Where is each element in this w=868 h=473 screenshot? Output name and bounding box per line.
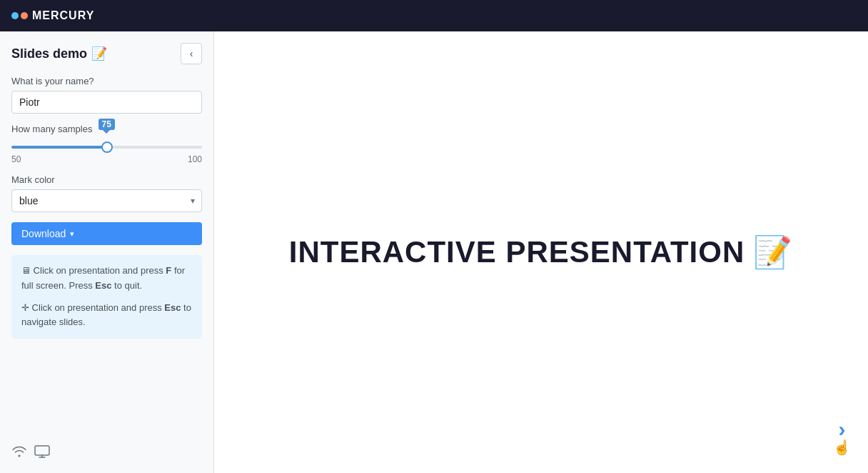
name-input[interactable] — [11, 91, 202, 114]
sidebar: Slides demo 📝 ‹ What is your name? How m… — [0, 31, 214, 473]
sidebar-title: Slides demo 📝 — [11, 46, 107, 61]
monitor-icon: 🖥 — [21, 265, 31, 276]
logo-dot-blue — [11, 12, 19, 19]
main-layout: Slides demo 📝 ‹ What is your name? How m… — [0, 31, 868, 473]
collapse-button[interactable]: ‹ — [181, 43, 202, 64]
samples-group: How many samples 75 50 100 — [11, 124, 202, 164]
next-slide-button[interactable]: › ☝ — [833, 417, 851, 456]
color-label: Mark color — [11, 174, 202, 185]
select-wrapper: blue red green yellow ▾ — [11, 189, 202, 212]
info-box: 🖥 Click on presentation and press F for … — [11, 255, 202, 339]
slider-max: 100 — [188, 154, 202, 164]
logo-dots — [11, 12, 28, 19]
navbar: MERCURY — [0, 0, 868, 31]
info-navigate: ✛ Click on presentation and press Esc to… — [21, 301, 192, 331]
samples-slider[interactable] — [11, 146, 202, 149]
logo-text: MERCURY — [32, 9, 94, 22]
logo-dot-orange — [21, 12, 28, 19]
sidebar-header: Slides demo 📝 ‹ — [11, 43, 202, 64]
slider-container: 75 — [11, 139, 202, 151]
name-label: What is your name? — [11, 76, 202, 86]
slider-min: 50 — [11, 154, 21, 164]
chevron-right-icon: › — [839, 417, 846, 442]
presentation-title: INTERACTIVE PRESENTATION 📝 — [289, 234, 793, 271]
info-fullscreen: 🖥 Click on presentation and press F for … — [21, 264, 192, 294]
svg-rect-0 — [35, 446, 49, 455]
screen-icon — [34, 445, 50, 462]
wifi-icon — [11, 446, 27, 461]
sidebar-footer — [11, 437, 202, 462]
color-group: Mark color blue red green yellow ▾ — [11, 174, 202, 212]
slider-range-labels: 50 100 — [11, 154, 202, 164]
download-caret-icon: ▾ — [70, 229, 74, 239]
color-select[interactable]: blue red green yellow — [11, 189, 202, 212]
presentation-emoji: 📝 — [753, 234, 793, 271]
title-emoji: 📝 — [91, 46, 107, 61]
cursor-icon: ☝ — [833, 439, 851, 456]
download-label: Download — [21, 228, 66, 239]
move-icon: ✛ — [21, 302, 29, 313]
slider-tooltip: 75 — [99, 119, 115, 130]
content-area[interactable]: INTERACTIVE PRESENTATION 📝 › ☝ — [214, 31, 868, 473]
name-group: What is your name? — [11, 76, 202, 114]
presentation-title-text: INTERACTIVE PRESENTATION — [289, 235, 745, 269]
download-button[interactable]: Download ▾ — [11, 222, 202, 245]
logo: MERCURY — [11, 9, 94, 22]
